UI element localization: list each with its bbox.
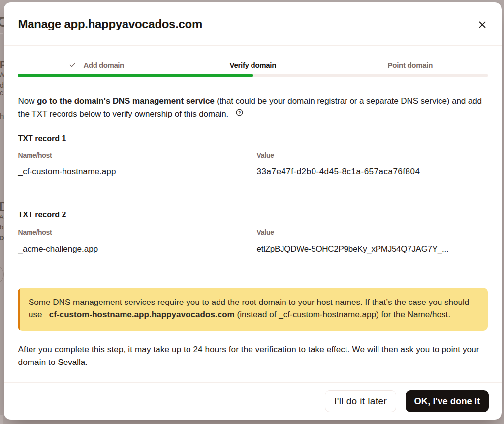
svg-text:?: ? <box>238 110 241 115</box>
